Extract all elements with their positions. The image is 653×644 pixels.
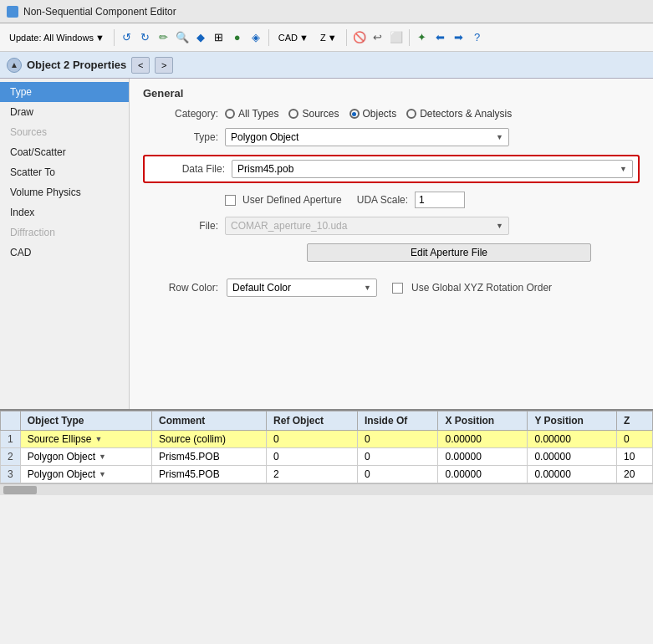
back-icon[interactable]: ↩ (370, 30, 385, 45)
row2-ref-object[interactable]: 0 (267, 448, 358, 466)
row3-ref-object[interactable]: 2 (267, 466, 358, 483)
sidebar-item-sources: Sources (0, 122, 129, 142)
row-color-select[interactable]: Default Color ▼ (227, 279, 377, 297)
title-bar-text: Non-Sequential Component Editor (23, 6, 176, 18)
diamond-icon[interactable]: ◈ (248, 30, 263, 45)
object-bar: ▲ Object 2 Properties < > (0, 52, 653, 79)
row1-inside-of[interactable]: 0 (357, 431, 438, 448)
object-prev-btn[interactable]: < (131, 57, 150, 74)
global-xyz-label: Use Global XYZ Rotation Order (411, 282, 552, 294)
cad-btn[interactable]: CAD ▼ (274, 30, 313, 45)
help-icon[interactable]: ? (470, 30, 485, 45)
data-file-label: Data File: (150, 163, 225, 175)
row1-object-type[interactable]: Source Ellipse ▼ (20, 431, 151, 448)
object-next-btn[interactable]: > (155, 57, 173, 74)
row2-object-type[interactable]: Polygon Object ▼ (20, 448, 151, 466)
h-scroll-thumb[interactable] (3, 486, 37, 494)
update-btn[interactable]: Update: All Windows ▼ (5, 30, 109, 45)
data-file-dropdown-arrow: ▼ (620, 165, 627, 173)
row3-comment[interactable]: Prism45.POB (151, 466, 266, 483)
sidebar-item-index[interactable]: Index (0, 202, 129, 222)
radio-sources[interactable]: Sources (288, 108, 339, 120)
z-btn[interactable]: Z ▼ (316, 30, 341, 45)
scatter-icon[interactable]: ✦ (415, 30, 430, 45)
sidebar-item-type[interactable]: Type (0, 82, 129, 102)
row1-ref-object[interactable]: 0 (267, 431, 358, 448)
sidebar-item-coat-scatter[interactable]: Coat/Scatter (0, 142, 129, 162)
row3-z[interactable]: 20 (617, 466, 653, 483)
radio-dot-all-types (225, 109, 235, 119)
sidebar-item-draw[interactable]: Draw (0, 102, 129, 122)
type-value: Polygon Object (231, 131, 298, 143)
row3-object-type[interactable]: Polygon Object ▼ (20, 466, 151, 483)
row3-y-position[interactable]: 0.00000 (528, 466, 617, 483)
h-scrollbar[interactable] (0, 483, 653, 495)
sidebar-item-scatter-to[interactable]: Scatter To (0, 162, 129, 182)
edit-aperture-btn[interactable]: Edit Aperture File (307, 243, 591, 262)
col-header-x-position[interactable]: X Position (438, 411, 528, 431)
data-file-value: Prism45.pob (237, 163, 293, 175)
category-row: Category: All Types Sources Objects Dete… (143, 108, 640, 120)
sep2 (268, 29, 269, 46)
row-num-2: 2 (1, 448, 21, 466)
sidebar-item-diffraction: Diffraction (0, 222, 129, 243)
row1-y-position[interactable]: 0.00000 (528, 431, 617, 448)
radio-detectors[interactable]: Detectors & Analysis (406, 108, 512, 120)
col-header-num (1, 411, 21, 431)
shape-icon[interactable]: ◆ (193, 30, 208, 45)
row-color-arrow: ▼ (364, 284, 371, 292)
edit-icon[interactable]: ✏ (156, 30, 171, 45)
refresh-all-icon[interactable]: ↻ (138, 30, 153, 45)
uda-scale-input[interactable] (415, 192, 465, 208)
col-header-object-type[interactable]: Object Type (20, 411, 151, 431)
table-head: Object Type Comment Ref Object Inside Of… (1, 411, 653, 431)
type-label: Type: (143, 131, 218, 143)
search-icon[interactable]: 🔍 (175, 30, 190, 45)
table-row: 2 Polygon Object ▼ Prism45.POB 0 0 0.000… (1, 448, 653, 466)
arrow-left-icon[interactable]: ⬅ (433, 30, 448, 45)
circle-icon[interactable]: ● (230, 30, 245, 45)
row1-z[interactable]: 0 (617, 431, 653, 448)
object-collapse-btn[interactable]: ▲ (7, 58, 22, 73)
row1-x-position[interactable]: 0.00000 (438, 431, 528, 448)
row1-comment[interactable]: Source (collim) (151, 431, 266, 448)
file-label: File: (143, 220, 218, 232)
col-header-y-position[interactable]: Y Position (528, 411, 617, 431)
col-header-z[interactable]: Z (617, 411, 653, 431)
radio-label-objects: Objects (363, 108, 397, 120)
table-row: 3 Polygon Object ▼ Prism45.POB 2 0 0.000… (1, 466, 653, 483)
radio-objects[interactable]: Objects (349, 108, 397, 120)
row3-inside-of[interactable]: 0 (357, 466, 438, 483)
row2-x-position[interactable]: 0.00000 (438, 448, 528, 466)
data-file-select[interactable]: Prism45.pob ▼ (232, 160, 633, 178)
row-num-1: 1 (1, 431, 21, 448)
copy-icon[interactable]: ⬜ (389, 30, 404, 45)
radio-all-types[interactable]: All Types (225, 108, 278, 120)
sidebar-item-cad[interactable]: CAD (0, 243, 129, 263)
arrow-right-icon[interactable]: ➡ (451, 30, 467, 45)
sidebar-item-volume-physics[interactable]: Volume Physics (0, 182, 129, 202)
uda-checkbox[interactable] (225, 195, 236, 206)
col-header-comment[interactable]: Comment (151, 411, 266, 431)
type-select[interactable]: Polygon Object ▼ (225, 128, 509, 146)
file-dropdown-arrow: ▼ (496, 222, 503, 230)
refresh-icon[interactable]: ↺ (120, 30, 135, 45)
row2-z[interactable]: 10 (617, 448, 653, 466)
toolbar: Update: All Windows ▼ ↺ ↻ ✏ 🔍 ◆ ⊞ ● ◈ CA… (0, 23, 653, 52)
global-xyz-checkbox[interactable] (392, 283, 403, 294)
category-label: Category: (143, 108, 218, 120)
z-label: Z (320, 33, 326, 43)
stop-icon[interactable]: 🚫 (352, 30, 367, 45)
row2-comment[interactable]: Prism45.POB (151, 448, 266, 466)
grid-icon[interactable]: ⊞ (212, 30, 227, 45)
radio-dot-sources (288, 109, 298, 119)
col-header-ref-object[interactable]: Ref Object (267, 411, 358, 431)
row2-inside-of[interactable]: 0 (357, 448, 438, 466)
file-select: COMAR_aperture_10.uda ▼ (225, 217, 509, 235)
row3-x-position[interactable]: 0.00000 (438, 466, 528, 483)
row-color-value: Default Color (232, 282, 291, 294)
update-arrow: ▼ (95, 33, 105, 43)
row-num-3: 3 (1, 466, 21, 483)
row2-y-position[interactable]: 0.00000 (528, 448, 617, 466)
col-header-inside-of[interactable]: Inside Of (357, 411, 438, 431)
